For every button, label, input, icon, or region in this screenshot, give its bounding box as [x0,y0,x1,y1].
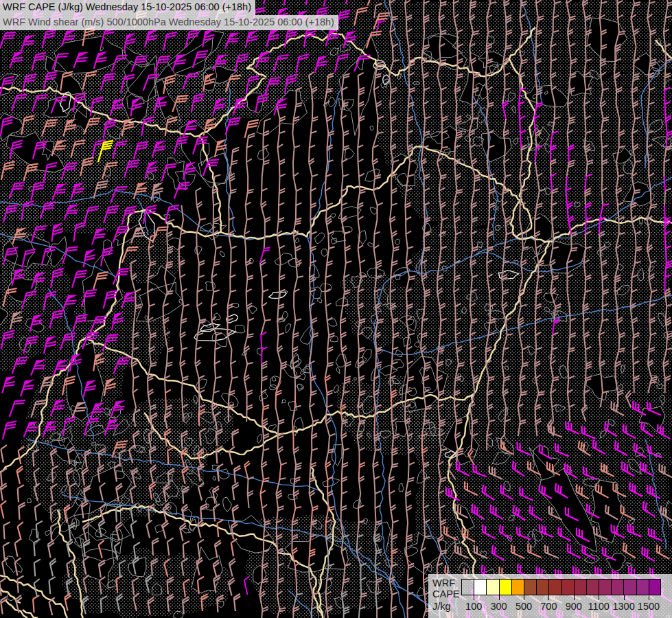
legend-tick [649,595,649,600]
legend-swatch [536,579,548,595]
legend-tick-label: 1100 [588,601,610,612]
legend-tick [499,595,500,600]
legend-unit-label: J/kg [432,602,451,613]
legend-tick-label: 100 [465,601,482,612]
legend-tick-label: 1300 [612,601,634,612]
cape-legend: WRF CAPE J/kg 10030050070090011001300150… [428,574,672,618]
legend-swatch [511,579,524,595]
legend-swatch [611,579,623,595]
legend-swatch [636,579,649,595]
legend-tick [599,595,599,600]
legend-tick [624,595,625,600]
legend-tick [548,595,549,600]
legend-colorbar [461,579,661,595]
map-title-cape: WRF CAPE (J/kg) Wednesday 15-10-2025 06:… [0,0,255,15]
legend-tick-label: 900 [566,601,582,612]
legend-swatch [548,579,561,595]
legend-tick-label: 500 [515,601,532,612]
map-title-shear: WRF Wind shear (m/s) 500/1000hPa Wednesd… [0,15,338,30]
legend-swatch [461,579,474,595]
legend-swatch [574,579,586,595]
legend-tick [574,595,575,600]
legend-swatch [586,579,599,595]
legend-swatch [486,579,498,595]
legend-swatch [524,579,536,595]
legend-param-label: CAPE [432,589,460,600]
legend-model-label: WRF [432,578,455,589]
legend-tick-label: 700 [540,601,557,612]
legend-tick-label: 1500 [638,601,660,612]
legend-tick-label: 300 [490,601,507,612]
legend-swatch [474,579,486,595]
legend-swatch [623,579,636,595]
legend-swatch [561,579,574,595]
legend-swatch [599,579,611,595]
legend-tick [524,595,524,600]
legend-swatch [499,579,511,595]
legend-swatch [649,579,661,595]
weather-map-viewport: WRF CAPE (J/kg) Wednesday 15-10-2025 06:… [0,0,672,618]
legend-tick [474,595,474,600]
map-canvas [0,0,672,618]
